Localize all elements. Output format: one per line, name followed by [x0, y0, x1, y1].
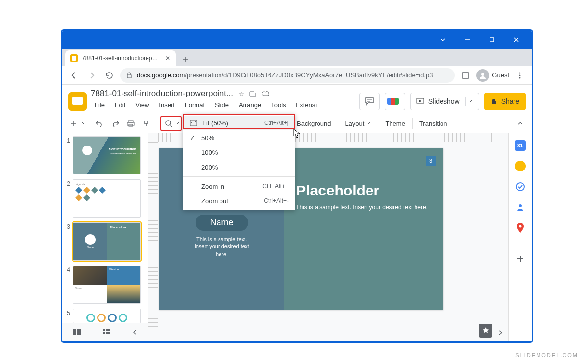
star-icon[interactable]: ☆: [238, 90, 244, 97]
menu-format[interactable]: Format: [181, 99, 209, 111]
slides-app: 7881-01-self-introduction-powerpoint... …: [62, 85, 532, 341]
theme-button[interactable]: Theme: [381, 116, 409, 131]
contacts-icon[interactable]: [515, 202, 526, 213]
svg-rect-27: [103, 332, 105, 334]
url-text: docs.google.com/presentation/d/1D9CiL08o…: [137, 72, 433, 79]
slide-thumb-4[interactable]: Mission Vision: [73, 266, 141, 304]
svg-point-32: [519, 225, 521, 228]
zoom-button-highlighted[interactable]: [160, 116, 182, 131]
svg-point-30: [516, 183, 524, 191]
menu-arrange[interactable]: Arrange: [235, 99, 265, 111]
nav-reload-icon[interactable]: [102, 69, 116, 82]
filmstrip-footer: [62, 323, 148, 341]
name-pill: Name: [196, 215, 248, 231]
new-slide-dropdown-icon[interactable]: [82, 120, 86, 127]
guest-label: Guest: [492, 72, 509, 79]
new-tab-button[interactable]: [179, 52, 193, 66]
zoom-out-item[interactable]: Zoom outCtrl+Alt+-: [183, 194, 295, 208]
maps-icon[interactable]: [515, 222, 526, 233]
zoom-in-item[interactable]: Zoom inCtrl+Alt++: [183, 179, 295, 194]
menu-slide[interactable]: Slide: [211, 99, 233, 111]
paint-format-button[interactable]: [139, 116, 154, 131]
window-titlebar: [62, 31, 532, 49]
lock-icon: [126, 72, 133, 79]
check-icon: ✓: [190, 134, 196, 142]
svg-point-3: [481, 73, 484, 76]
svg-line-14: [170, 125, 172, 127]
slide-title: Placeholder: [296, 182, 432, 199]
chrome-menu-icon[interactable]: [513, 69, 527, 82]
cloud-status-icon[interactable]: [262, 90, 270, 97]
slide-thumb-5[interactable]: [73, 309, 141, 323]
redo-button[interactable]: [108, 116, 122, 131]
slide-thumb-3[interactable]: Name Placeholder: [73, 222, 141, 261]
svg-rect-10: [128, 121, 133, 122]
svg-point-31: [519, 204, 522, 207]
add-addon-icon[interactable]: [515, 253, 526, 264]
zoom-200-item[interactable]: 200%: [183, 160, 295, 174]
slides-favicon: [70, 54, 78, 62]
explore-button[interactable]: [479, 324, 492, 338]
fit-icon: [190, 120, 197, 126]
layout-button[interactable]: Layout: [341, 116, 375, 131]
nav-back-icon[interactable]: [67, 69, 81, 82]
window-close[interactable]: [505, 32, 528, 47]
grid-view-icon[interactable]: [103, 329, 111, 336]
svg-point-6: [519, 77, 521, 78]
collapse-filmstrip-icon[interactable]: [132, 329, 138, 336]
tab-close-icon[interactable]: ✕: [164, 54, 171, 63]
print-button[interactable]: [123, 116, 138, 131]
zoom-menu: Fit (50%) Ctrl+Alt+[ ✓50% 100% 200% Zoom…: [183, 114, 295, 210]
address-bar: docs.google.com/presentation/d/1D9CiL08o…: [62, 66, 532, 85]
meet-button[interactable]: [385, 93, 405, 110]
cursor-icon: [292, 128, 301, 139]
zoom-fit-item[interactable]: Fit (50%) Ctrl+Alt+[: [183, 116, 295, 130]
window-dropdown[interactable]: [432, 32, 454, 47]
slide-subtitle: This is a sample text. Insert your desir…: [296, 204, 432, 211]
slide-thumb-1[interactable]: Self Introduction PRESENTATION TEMPLATE: [73, 136, 141, 174]
menu-file[interactable]: File: [91, 99, 109, 111]
comments-button[interactable]: [359, 93, 380, 110]
scroll-right-icon[interactable]: [495, 328, 505, 338]
transition-button[interactable]: Transition: [416, 116, 451, 131]
keep-icon[interactable]: [515, 161, 526, 171]
filmstrip-view-icon[interactable]: [73, 329, 82, 336]
svg-rect-25: [106, 329, 108, 331]
slideshow-button[interactable]: Slideshow: [410, 93, 479, 110]
menu-view[interactable]: View: [131, 99, 153, 111]
tasks-icon[interactable]: [515, 181, 526, 192]
omnibox[interactable]: docs.google.com/presentation/d/1D9CiL08o…: [120, 68, 455, 83]
menu-edit[interactable]: Edit: [111, 99, 129, 111]
left-sample-text: This is a sample text. Insert your desir…: [195, 236, 249, 258]
svg-rect-33: [190, 120, 197, 126]
slide-thumb-2[interactable]: Agenda: [73, 179, 141, 218]
tab-title: 7881-01-self-introduction-powe: [82, 55, 160, 62]
doc-title[interactable]: 7881-01-self-introduction-powerpoint...: [91, 89, 233, 98]
menu-extensions[interactable]: Extensi: [292, 99, 321, 111]
collapse-toolbar-button[interactable]: [513, 116, 528, 131]
svg-rect-1: [490, 38, 494, 42]
browser-tab[interactable]: 7881-01-self-introduction-powe ✕: [65, 50, 176, 66]
avatar-icon: [476, 69, 489, 82]
menu-tools[interactable]: Tools: [267, 99, 290, 111]
svg-rect-11: [127, 122, 134, 125]
profile-chip[interactable]: Guest: [476, 69, 509, 82]
svg-rect-24: [103, 329, 105, 331]
svg-rect-22: [74, 329, 76, 335]
move-icon[interactable]: [249, 90, 257, 97]
zoom-100-item[interactable]: 100%: [183, 145, 295, 160]
watermark: SLIDEMODEL.COM: [515, 352, 578, 358]
nav-forward-icon[interactable]: [85, 69, 98, 82]
slides-logo-icon[interactable]: [68, 92, 87, 111]
menu-insert[interactable]: Insert: [155, 99, 179, 111]
share-button[interactable]: Share: [484, 93, 526, 110]
window-maximize[interactable]: [481, 32, 503, 47]
new-slide-button[interactable]: [66, 116, 81, 131]
undo-button[interactable]: [92, 116, 107, 131]
ruler-vertical: [148, 142, 158, 327]
zoom-50-item[interactable]: ✓50%: [183, 130, 295, 145]
svg-point-5: [519, 74, 521, 76]
calendar-icon[interactable]: 31: [515, 140, 526, 151]
extension-icon[interactable]: [459, 69, 472, 82]
window-minimize[interactable]: [456, 32, 479, 47]
